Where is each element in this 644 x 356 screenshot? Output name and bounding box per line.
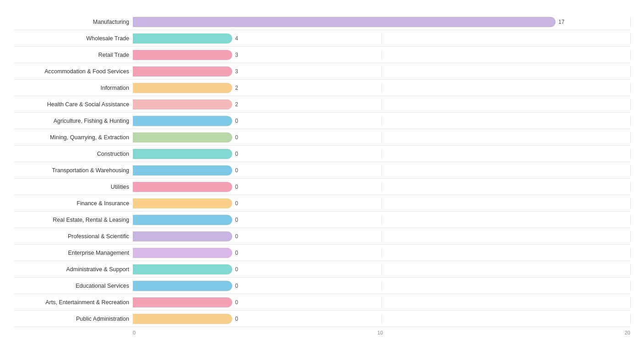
bar-row: Retail Trade3: [14, 47, 630, 63]
bar-container: 0: [133, 281, 630, 291]
bar-value: 0: [235, 118, 238, 124]
bar-value: 4: [235, 35, 238, 42]
bar-container: 0: [133, 231, 630, 241]
bar-label: Construction: [14, 151, 133, 157]
bar-row: Enterprise Management0: [14, 245, 630, 261]
bar-row: Manufacturing17: [14, 14, 630, 30]
bar-label: Arts, Entertainment & Recreation: [14, 299, 133, 306]
bar-label: Retail Trade: [14, 52, 133, 58]
bar-value: 0: [235, 250, 238, 256]
bar-value: 0: [235, 217, 238, 223]
bar: [133, 297, 232, 307]
bar-container: 0: [133, 149, 630, 159]
bar-label: Health Care & Social Assistance: [14, 101, 133, 108]
bar: [133, 198, 232, 208]
bar-value: 3: [235, 52, 238, 58]
bars-container: Manufacturing17Wholesale Trade4Retail Tr…: [14, 14, 630, 327]
bar-label: Public Administration: [14, 316, 133, 322]
bar-container: 2: [133, 83, 630, 93]
axis-labels: 01020: [133, 329, 630, 335]
bar-label: Real Estate, Rental & Leasing: [14, 217, 133, 223]
bar: [133, 215, 232, 225]
bar-container: 0: [133, 182, 630, 192]
bar: [133, 66, 232, 77]
bar: [133, 231, 232, 241]
bar-label: Manufacturing: [14, 19, 133, 25]
bar-container: 0: [133, 314, 630, 324]
bar-label: Wholesale Trade: [14, 35, 133, 42]
bar-container: 0: [133, 198, 630, 208]
bar-container: 0: [133, 165, 630, 175]
bar: [133, 116, 232, 126]
bar-row: Utilities0: [14, 179, 630, 195]
bar: [133, 314, 232, 324]
bar-label: Enterprise Management: [14, 250, 133, 256]
bar-container: 0: [133, 248, 630, 258]
axis-tick-label: 20: [625, 330, 630, 335]
bar: [133, 248, 232, 258]
bar-value: 0: [235, 299, 238, 306]
bar-container: 17: [133, 17, 630, 27]
bar-row: Professional & Scientific0: [14, 228, 630, 245]
bar-value: 2: [235, 85, 238, 91]
bar-row: Educational Services0: [14, 278, 630, 294]
bar-container: 2: [133, 99, 630, 110]
bar: [133, 165, 232, 175]
axis-area: 01020: [133, 327, 630, 335]
bar-label: Information: [14, 85, 133, 91]
bar-value: 0: [235, 266, 238, 273]
bar-label: Administrative & Support: [14, 266, 133, 273]
bar-row: Transportation & Warehousing0: [14, 162, 630, 179]
bar-container: 0: [133, 132, 630, 142]
bar-row: Administrative & Support0: [14, 261, 630, 278]
bar-label: Agriculture, Fishing & Hunting: [14, 118, 133, 124]
bar-label: Accommodation & Food Services: [14, 68, 133, 75]
bar: [133, 182, 232, 192]
bar-label: Educational Services: [14, 283, 133, 289]
bar-value: 0: [235, 283, 238, 289]
bar-row: Construction0: [14, 146, 630, 162]
bar-container: 3: [133, 50, 630, 60]
bar-label: Mining, Quarrying, & Extraction: [14, 134, 133, 141]
bar-row: Real Estate, Rental & Leasing0: [14, 212, 630, 228]
bar-value: 0: [235, 134, 238, 141]
bar-value: 0: [235, 316, 238, 322]
axis-tick-label: 0: [133, 330, 136, 335]
bar-container: 0: [133, 297, 630, 307]
bar: [133, 264, 232, 274]
bar-row: Accommodation & Food Services3: [14, 63, 630, 80]
bar-value: 2: [235, 101, 238, 108]
bar: [133, 281, 232, 291]
chart-area: Manufacturing17Wholesale Trade4Retail Tr…: [14, 14, 630, 335]
bar: [133, 132, 232, 142]
bar-value: 0: [235, 200, 238, 207]
bar-row: Public Administration0: [14, 311, 630, 327]
bar: [133, 33, 232, 44]
bar-row: Wholesale Trade4: [14, 30, 630, 47]
bar-value: 0: [235, 151, 238, 157]
bar-row: Health Care & Social Assistance2: [14, 96, 630, 113]
bar-container: 3: [133, 66, 630, 77]
bar-label: Utilities: [14, 184, 133, 190]
bar-label: Professional & Scientific: [14, 233, 133, 240]
bar: [133, 149, 232, 159]
bar: [133, 17, 556, 27]
axis-tick-label: 10: [377, 330, 383, 335]
bar-container: 4: [133, 33, 630, 44]
bar-label: Transportation & Warehousing: [14, 167, 133, 174]
bar: [133, 99, 232, 110]
bar-row: Arts, Entertainment & Recreation0: [14, 294, 630, 311]
bar-value: 17: [558, 19, 564, 25]
bar-value: 0: [235, 167, 238, 174]
bar-value: 0: [235, 233, 238, 240]
bar-value: 3: [235, 68, 238, 75]
bar: [133, 50, 232, 60]
bar-row: Agriculture, Fishing & Hunting0: [14, 113, 630, 129]
bar-row: Finance & Insurance0: [14, 195, 630, 212]
bar-label: Finance & Insurance: [14, 200, 133, 207]
bar-row: Information2: [14, 80, 630, 96]
bar-container: 0: [133, 215, 630, 225]
bar-row: Mining, Quarrying, & Extraction0: [14, 129, 630, 146]
bar-container: 0: [133, 264, 630, 274]
bar: [133, 83, 232, 93]
